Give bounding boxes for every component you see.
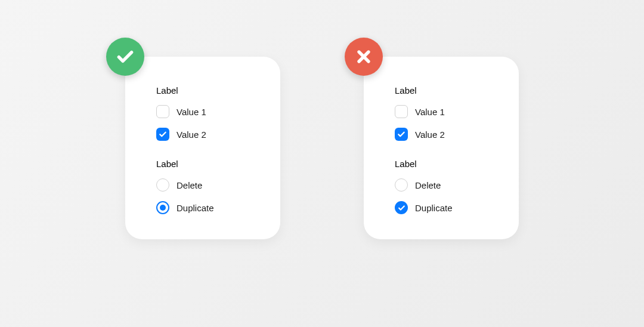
group-label: Label <box>395 159 488 169</box>
group-label: Label <box>156 159 249 169</box>
option-label: Value 2 <box>415 129 445 140</box>
checkbox-option-value1[interactable]: Value 1 <box>395 105 488 118</box>
radio-styled-as-check-icon <box>395 201 408 214</box>
option-label: Delete <box>415 180 441 190</box>
radio-checked-icon <box>156 201 169 214</box>
group-label: Label <box>395 85 488 95</box>
option-label: Value 1 <box>177 107 206 117</box>
option-label: Duplicate <box>415 203 453 213</box>
radio-option-delete[interactable]: Delete <box>156 178 249 192</box>
option-label: Value 2 <box>177 129 206 140</box>
bad-example: Label Value 1 Value 2 Label <box>364 57 519 239</box>
checkbox-group: Label Value 1 Value 2 <box>395 85 488 141</box>
checkbox-checked-icon <box>395 128 408 141</box>
checkbox-unchecked-icon <box>156 105 169 118</box>
checkbox-option-value2[interactable]: Value 2 <box>395 128 488 141</box>
checkbox-group: Label Value 1 Value 2 <box>156 85 249 141</box>
good-card: Label Value 1 Value 2 Label <box>125 57 280 239</box>
radio-unchecked-icon <box>395 178 408 192</box>
good-example: Label Value 1 Value 2 Label <box>125 57 280 239</box>
check-icon <box>116 47 135 66</box>
radio-option-duplicate[interactable]: Duplicate <box>395 201 488 214</box>
radio-unchecked-icon <box>156 178 169 192</box>
option-label: Delete <box>177 180 202 190</box>
radio-group: Label Delete Duplicate <box>156 159 249 214</box>
checkbox-unchecked-icon <box>395 105 408 118</box>
option-label: Value 1 <box>415 107 445 117</box>
group-label: Label <box>156 85 249 95</box>
checkbox-checked-icon <box>156 128 169 141</box>
checkbox-option-value2[interactable]: Value 2 <box>156 128 249 141</box>
cross-icon <box>354 47 373 66</box>
radio-group: Label Delete Duplicate <box>395 159 488 214</box>
checkbox-option-value1[interactable]: Value 1 <box>156 105 249 118</box>
check-badge <box>106 38 144 76</box>
cross-badge <box>345 38 383 76</box>
radio-option-duplicate[interactable]: Duplicate <box>156 201 249 214</box>
bad-card: Label Value 1 Value 2 Label <box>364 57 519 239</box>
comparison-container: Label Value 1 Value 2 Label <box>0 0 644 327</box>
option-label: Duplicate <box>177 203 214 213</box>
radio-option-delete[interactable]: Delete <box>395 178 488 192</box>
